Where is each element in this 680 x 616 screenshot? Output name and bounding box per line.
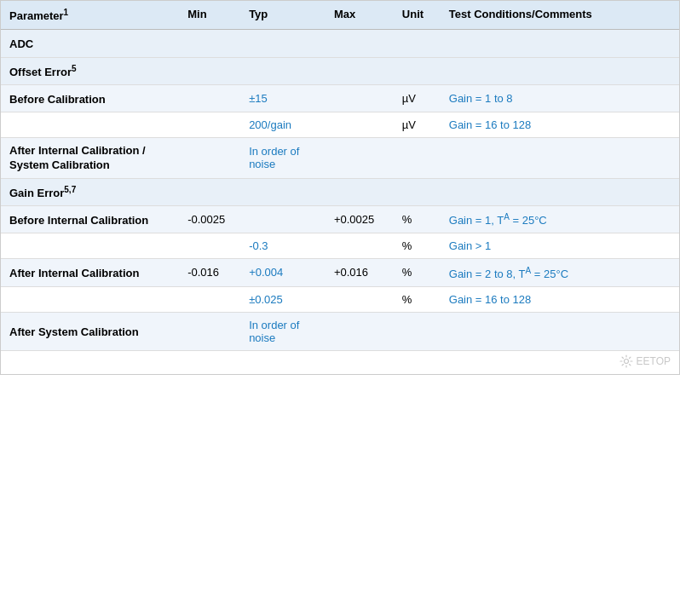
col-header-test: Test Conditions/Comments — [441, 1, 679, 30]
row-test: Gain = 2 to 8, TA = 25°C — [441, 259, 679, 286]
row-typ: ±0.025 — [240, 286, 326, 312]
svg-point-0 — [624, 359, 628, 363]
data-table: Parameter1 Min Typ Max Unit Test Conditi… — [0, 0, 680, 375]
row-min — [179, 84, 240, 112]
row-param: After System Calibration — [1, 312, 179, 350]
section-label: Offset Error5 — [1, 57, 679, 84]
row-test — [441, 138, 679, 178]
row-typ — [240, 205, 326, 233]
row-min — [179, 112, 240, 138]
watermark: EETOP — [1, 351, 679, 374]
gear-icon — [619, 354, 633, 368]
row-test: Gain > 1 — [441, 233, 679, 259]
watermark-icon: EETOP — [619, 354, 671, 368]
row-unit: % — [394, 286, 441, 312]
row-param — [1, 233, 179, 259]
row-max — [326, 112, 394, 138]
row-min — [179, 312, 240, 350]
row-min — [179, 138, 240, 178]
row-param — [1, 286, 179, 312]
row-max — [326, 233, 394, 259]
row-min — [179, 286, 240, 312]
row-unit — [394, 138, 441, 178]
row-max — [326, 312, 394, 350]
row-test: Gain = 16 to 128 — [441, 112, 679, 138]
param-header-text: Parameter — [9, 9, 64, 22]
row-typ: 200/gain — [240, 112, 326, 138]
row-unit: µV — [394, 84, 441, 112]
row-param — [1, 112, 179, 138]
row-min: -0.016 — [179, 259, 240, 286]
row-max — [326, 138, 394, 178]
row-test: Gain = 1 to 8 — [441, 84, 679, 112]
row-param: Before Calibration — [1, 84, 179, 112]
col-header-param: Parameter1 — [1, 1, 179, 30]
param-header-sup: 1 — [64, 8, 69, 17]
col-header-min: Min — [179, 1, 240, 30]
col-header-max: Max — [326, 1, 394, 30]
row-min — [179, 233, 240, 259]
row-test — [441, 312, 679, 350]
col-header-typ: Typ — [240, 1, 326, 30]
row-param: After Internal Calibration — [1, 259, 179, 286]
row-unit: % — [394, 233, 441, 259]
row-test: Gain = 1, TA = 25°C — [441, 205, 679, 233]
row-unit — [394, 312, 441, 350]
row-max — [326, 84, 394, 112]
row-param: Before Internal Calibration — [1, 205, 179, 233]
row-unit: % — [394, 259, 441, 286]
row-max: +0.016 — [326, 259, 394, 286]
watermark-text: EETOP — [637, 355, 671, 367]
row-param: After Internal Calibration / System Cali… — [1, 138, 179, 178]
section-label: ADC — [1, 30, 679, 57]
row-typ: ±15 — [240, 84, 326, 112]
row-max: +0.0025 — [326, 205, 394, 233]
row-typ: In order of noise — [240, 138, 326, 178]
row-unit: % — [394, 205, 441, 233]
row-min: -0.0025 — [179, 205, 240, 233]
row-typ: In order of noise — [240, 312, 326, 350]
row-max — [326, 286, 394, 312]
row-typ: +0.004 — [240, 259, 326, 286]
row-unit: µV — [394, 112, 441, 138]
row-typ: -0.3 — [240, 233, 326, 259]
section-label: Gain Error5,7 — [1, 178, 679, 205]
row-test: Gain = 16 to 128 — [441, 286, 679, 312]
col-header-unit: Unit — [394, 1, 441, 30]
